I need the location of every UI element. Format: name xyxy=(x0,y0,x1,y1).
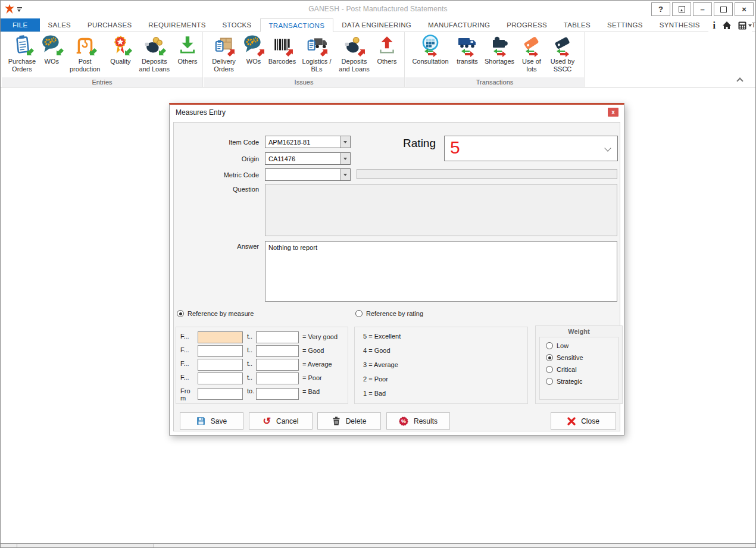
reference-by-rating-radio[interactable]: Reference by rating xyxy=(355,310,423,317)
tab-purchases[interactable]: PURCHASES xyxy=(79,18,140,32)
metric-description-field xyxy=(357,169,617,179)
calculator-button[interactable] xyxy=(738,21,752,30)
transfer-arrows-icon xyxy=(524,49,539,58)
ribbon-item-others-issue[interactable]: Others xyxy=(374,33,399,73)
ribbon-item-label: WOs xyxy=(246,58,261,65)
ribbon-item-deposits-loans-issue[interactable]: Deposits and Loans xyxy=(335,33,373,73)
tab-sales[interactable]: SALES xyxy=(40,18,80,32)
origin-label: Origin xyxy=(204,155,259,162)
minimize-button[interactable]: – xyxy=(693,2,712,16)
chevron-down-icon[interactable] xyxy=(340,153,350,164)
info-button[interactable]: i xyxy=(713,21,716,30)
ribbon-item-purchase-orders[interactable]: Purchase Orders xyxy=(5,33,39,73)
info-icon: i xyxy=(713,21,716,30)
ribbon-item-label: transits xyxy=(457,58,477,65)
chevron-down-icon[interactable] xyxy=(340,169,350,180)
ribbon-item-shortages[interactable]: Shortages xyxy=(482,33,517,73)
rating-combo[interactable]: 5 xyxy=(444,136,618,161)
weight-strategic-radio[interactable]: Strategic xyxy=(546,378,582,385)
tab-synthesis[interactable]: SYNTHESIS xyxy=(651,18,708,32)
dialog-close-button[interactable]: x xyxy=(608,108,618,117)
range-to-input[interactable] xyxy=(256,359,299,371)
from-label: F... xyxy=(180,360,192,367)
range-to-input[interactable] xyxy=(256,345,299,357)
rating-scale-groupbox: 5 = Excellent 4 = Good 3 = Average 2 = P… xyxy=(354,327,528,404)
item-code-label: Item Code xyxy=(204,139,259,146)
rating-label: Rating xyxy=(376,137,436,150)
tab-tables[interactable]: TABLES xyxy=(555,18,599,32)
rating-value: 5 xyxy=(450,137,460,158)
close-button[interactable]: Close xyxy=(551,412,616,430)
weight-critical-radio[interactable]: Critical xyxy=(546,366,577,373)
scale-line: 5 = Excellent xyxy=(363,333,401,340)
measure-ranges-groupbox: F... t.. = Very good F... t.. = Good F..… xyxy=(176,327,348,404)
chevron-down-icon[interactable] xyxy=(605,146,611,151)
ribbon-item-barcodes[interactable]: Barcodes xyxy=(266,33,298,73)
ribbon-item-others-entry[interactable]: Others xyxy=(174,33,201,73)
collapse-ribbon-button[interactable] xyxy=(737,77,742,82)
calculator-dropdown-icon xyxy=(748,24,752,29)
ribbon-item-quality[interactable]: Quality xyxy=(107,33,135,73)
range-from-input[interactable] xyxy=(198,345,243,357)
ribbon-item-wos-issue[interactable]: WOs xyxy=(242,33,265,73)
radio-icon xyxy=(546,354,553,361)
inbound-arrow-icon xyxy=(55,48,64,57)
radio-icon xyxy=(355,310,363,317)
ribbon-item-logistics-bls[interactable]: Logistics / BLs xyxy=(299,33,334,73)
ribbon-item-use-of-lots[interactable]: Use of lots xyxy=(518,33,545,73)
range-from-input[interactable] xyxy=(198,359,243,371)
tab-requirements[interactable]: REQUIREMENTS xyxy=(140,18,214,32)
weight-sensitive-radio[interactable]: Sensitive xyxy=(546,354,583,361)
tab-transactions[interactable]: TRANSACTIONS xyxy=(260,18,334,32)
outbound-arrow-icon xyxy=(257,48,266,57)
help-button[interactable]: ? xyxy=(651,2,670,16)
pin-ribbon-button[interactable] xyxy=(672,2,691,16)
ribbon-item-label: Use of lots xyxy=(518,58,545,73)
range-from-input[interactable] xyxy=(198,372,243,384)
ribbon-item-deposits-loans-entry[interactable]: Deposits and Loans xyxy=(135,33,173,73)
scale-line: 4 = Good xyxy=(363,347,391,354)
tab-manufacturing[interactable]: MANUFACTURING xyxy=(420,18,498,32)
weight-low-radio[interactable]: Low xyxy=(546,342,568,349)
tab-data-engineering[interactable]: DATA ENGINEERING xyxy=(333,18,420,32)
scale-line: 2 = Poor xyxy=(363,375,388,383)
range-to-input[interactable] xyxy=(256,331,299,343)
item-code-combo[interactable]: APM16218-81 xyxy=(265,136,351,148)
tab-settings[interactable]: SETTINGS xyxy=(599,18,651,32)
home-button[interactable] xyxy=(722,21,732,30)
ribbon-item-label: Post production xyxy=(64,58,106,73)
ribbon-item-wos-entry[interactable]: WOs xyxy=(40,33,63,73)
origin-combo[interactable]: CA11476 xyxy=(265,152,351,165)
maximize-button[interactable] xyxy=(714,2,733,16)
save-button[interactable]: Save xyxy=(180,412,243,430)
close-window-button[interactable]: × xyxy=(735,2,754,16)
metric-code-value xyxy=(265,169,340,180)
ribbon-item-label: Purchase Orders xyxy=(5,58,39,73)
ribbon-item-transits[interactable]: transits xyxy=(454,33,481,73)
results-button[interactable]: % Results xyxy=(386,412,450,430)
tab-progress[interactable]: PROGRESS xyxy=(498,18,555,32)
range-to-input[interactable] xyxy=(256,388,299,400)
tab-file[interactable]: FILE xyxy=(1,18,40,32)
outbound-arrow-icon xyxy=(285,48,295,57)
ribbon-item-post-production[interactable]: Post production xyxy=(64,33,106,73)
reference-by-measure-radio[interactable]: Reference by measure xyxy=(177,310,254,317)
tab-stocks[interactable]: STOCKS xyxy=(214,18,260,32)
weight-title: Weight xyxy=(536,328,622,335)
metric-code-combo[interactable] xyxy=(265,168,351,181)
ribbon-item-consultation[interactable]: Consultation xyxy=(408,33,452,73)
range-to-input[interactable] xyxy=(256,372,299,384)
grade-label: = Good xyxy=(302,347,324,354)
answer-textarea[interactable]: Nothing to report xyxy=(265,241,617,302)
question-label: Question xyxy=(204,186,259,193)
chevron-down-icon[interactable] xyxy=(340,136,350,148)
range-from-input[interactable] xyxy=(198,331,243,343)
delete-button[interactable]: Delete xyxy=(317,412,381,430)
ribbon-item-used-by-sscc[interactable]: Used by SSCC xyxy=(546,33,579,73)
cancel-button[interactable]: ↺ Cancel xyxy=(249,412,313,430)
range-from-input[interactable] xyxy=(198,388,243,400)
status-bar xyxy=(1,543,755,547)
percent-badge-icon: % xyxy=(399,417,408,426)
ribbon-item-delivery-orders[interactable]: Delivery Orders xyxy=(207,33,241,73)
outbound-arrow-icon xyxy=(227,48,236,57)
